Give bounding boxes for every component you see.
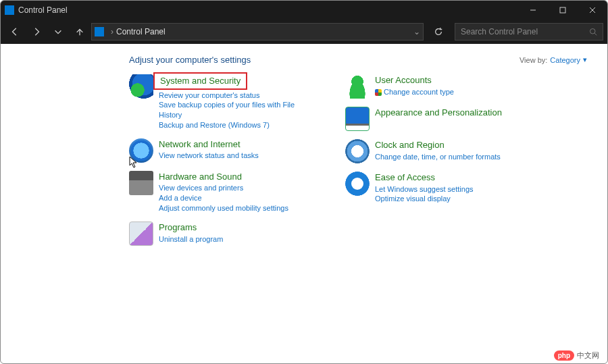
- search-input[interactable]: Search Control Panel: [455, 23, 603, 41]
- viewby-value[interactable]: Category: [550, 56, 580, 64]
- recent-locations-button[interactable]: [48, 22, 68, 41]
- view-by: View by: Category ▾: [520, 55, 587, 64]
- app-icon: [5, 5, 14, 15]
- search-placeholder: Search Control Panel: [461, 27, 589, 36]
- up-button[interactable]: [70, 22, 90, 41]
- printer-icon: [129, 171, 153, 195]
- titlebar: Control Panel: [1, 1, 607, 20]
- svg-line-6: [594, 33, 597, 35]
- category-hardware-and-sound: Hardware and Sound View devices and prin…: [129, 171, 318, 213]
- navbar: › Control Panel ⌄ Search Control Panel: [1, 20, 607, 44]
- category-link[interactable]: Change date, time, or number formats: [375, 152, 501, 162]
- category-link[interactable]: Adjust commonly used mobility settings: [159, 203, 288, 213]
- category-appearance-and-personalization: Appearance and Personalization: [345, 107, 534, 131]
- minimize-button[interactable]: [518, 1, 548, 20]
- close-button[interactable]: [578, 1, 607, 20]
- control-panel-icon: [95, 27, 104, 36]
- category-programs: Programs Uninstall a program: [129, 222, 318, 246]
- category-link[interactable]: Let Windows suggest settings: [375, 184, 474, 194]
- watermark-pill: php: [554, 350, 574, 361]
- watermark: php 中文网: [554, 350, 599, 361]
- header-row: Adjust your computer's settings View by:…: [129, 55, 587, 65]
- forward-button[interactable]: [26, 22, 47, 41]
- content-area: Adjust your computer's settings View by:…: [1, 44, 607, 364]
- clock-icon: [345, 139, 370, 163]
- window-title: Control Panel: [18, 5, 518, 15]
- category-link[interactable]: View network status and tasks: [159, 151, 259, 161]
- category-title[interactable]: Appearance and Personalization: [375, 107, 502, 119]
- category-link[interactable]: Backup and Restore (Windows 7): [159, 120, 318, 130]
- globe-icon: [129, 138, 153, 163]
- watermark-text: 中文网: [577, 350, 599, 361]
- chevron-down-icon[interactable]: ⌄: [413, 27, 420, 36]
- category-title[interactable]: Programs: [159, 222, 197, 234]
- category-link[interactable]: Optimize visual display: [375, 194, 474, 204]
- svg-point-5: [590, 29, 596, 34]
- category-link[interactable]: Save backup copies of your files with Fi…: [159, 100, 318, 120]
- refresh-button[interactable]: [428, 23, 449, 41]
- address-bar[interactable]: › Control Panel ⌄: [91, 23, 424, 41]
- svg-rect-1: [560, 7, 565, 13]
- category-title[interactable]: User Accounts: [375, 74, 432, 86]
- category-network-and-internet: Network and Internet View network status…: [129, 138, 318, 163]
- category-title[interactable]: Clock and Region: [375, 139, 445, 151]
- category-link[interactable]: Review your computer's status: [159, 90, 318, 101]
- category-link[interactable]: View devices and printers: [159, 183, 288, 193]
- left-column: System and Security Review your computer…: [129, 74, 318, 254]
- category-user-accounts: User Accounts Change account type: [345, 74, 534, 99]
- programs-icon: [129, 222, 153, 246]
- category-link[interactable]: Change account type: [375, 87, 454, 97]
- back-button[interactable]: [5, 22, 25, 41]
- category-title[interactable]: Hardware and Sound: [159, 171, 242, 183]
- chevron-right-icon: ›: [111, 27, 113, 36]
- category-title[interactable]: System and Security: [153, 72, 247, 90]
- page-heading: Adjust your computer's settings: [129, 55, 251, 65]
- breadcrumb-root[interactable]: Control Panel: [116, 27, 166, 36]
- category-ease-of-access: Ease of Access Let Windows suggest setti…: [345, 172, 534, 204]
- category-system-and-security: System and Security Review your computer…: [129, 74, 318, 130]
- category-title[interactable]: Ease of Access: [375, 172, 435, 184]
- category-clock-and-region: Clock and Region Change date, time, or n…: [345, 139, 534, 163]
- category-link[interactable]: Add a device: [159, 193, 288, 203]
- maximize-button[interactable]: [548, 1, 578, 20]
- right-column: User Accounts Change account type Appear…: [345, 74, 534, 254]
- desktop-icon: [345, 107, 370, 131]
- category-title[interactable]: Network and Internet: [159, 138, 240, 151]
- user-icon: [345, 74, 370, 99]
- viewby-label: View by:: [520, 56, 547, 64]
- category-link[interactable]: Uninstall a program: [159, 234, 223, 244]
- accessibility-icon: [345, 172, 370, 196]
- caret-down-icon[interactable]: ▾: [583, 55, 587, 64]
- search-icon: [589, 28, 597, 36]
- shield-icon: [129, 74, 153, 99]
